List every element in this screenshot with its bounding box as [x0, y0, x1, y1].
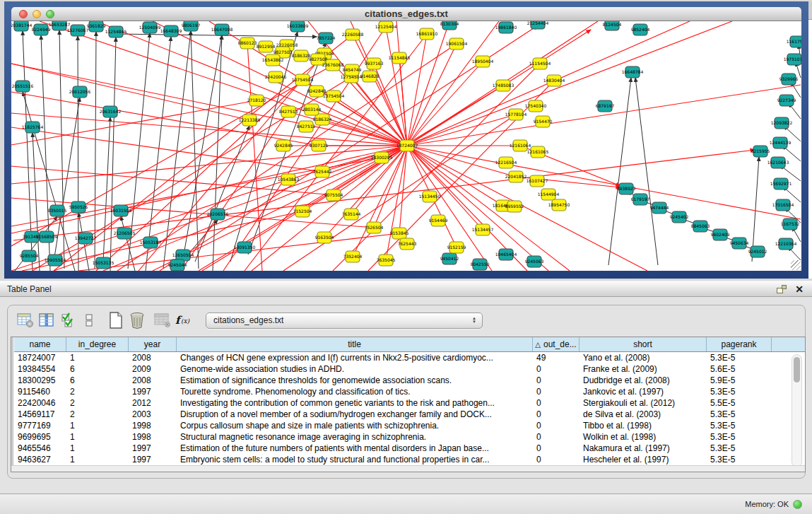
- table-cell[interactable]: 5.6E-5: [707, 364, 772, 374]
- column-header-in_degree[interactable]: in_degree: [66, 337, 129, 351]
- table-cell[interactable]: 5.3E-5: [707, 443, 772, 453]
- select-column-button[interactable]: [36, 310, 57, 330]
- table-cell[interactable]: 49: [533, 353, 579, 363]
- selected-edge[interactable]: [153, 21, 407, 146]
- column-header-short[interactable]: short: [579, 337, 707, 351]
- table-cell[interactable]: Disruption of a novel member of a sodium…: [177, 409, 533, 419]
- column-header-name[interactable]: name: [14, 337, 66, 351]
- column-header-year[interactable]: year: [129, 337, 177, 351]
- table-row[interactable]: 946362711997Embryonic stem cells: a mode…: [14, 454, 805, 465]
- table-cell[interactable]: 9465546: [14, 443, 66, 453]
- table-cell[interactable]: 9115460: [14, 387, 66, 397]
- table-cell[interactable]: Tibbo et al. (1998): [579, 421, 707, 431]
- table-cell[interactable]: 22420046: [14, 398, 66, 408]
- table-cell[interactable]: 2003: [129, 409, 177, 419]
- selected-edge[interactable]: [407, 85, 801, 146]
- table-cell[interactable]: 1: [66, 353, 129, 363]
- delete-trash-button[interactable]: [126, 310, 148, 330]
- selected-edge[interactable]: [407, 146, 492, 271]
- table-cell[interactable]: 14569117: [14, 409, 66, 419]
- table-cell[interactable]: 5.3E-5: [707, 387, 772, 397]
- selected-edge[interactable]: [11, 100, 257, 145]
- selected-edge[interactable]: [11, 127, 322, 172]
- table-cell[interactable]: 6: [66, 375, 129, 385]
- table-cell[interactable]: 0: [533, 443, 579, 453]
- float-panel-icon[interactable]: [777, 285, 787, 293]
- table-cell[interactable]: 6: [66, 364, 129, 374]
- table-cell[interactable]: de Silva et al. (2003): [579, 409, 707, 419]
- selected-edge[interactable]: [407, 34, 427, 146]
- table-cell[interactable]: 1: [66, 443, 129, 453]
- table-row[interactable]: 911546021997Tourette syndrome. Phenomeno…: [14, 386, 805, 397]
- table-cell[interactable]: Jankovic et al. (1997): [579, 387, 707, 397]
- table-cell[interactable]: 0: [533, 398, 579, 408]
- table-cell[interactable]: 2009: [129, 364, 177, 374]
- table-cell[interactable]: 0: [533, 455, 579, 465]
- vertical-scrollbar[interactable]: [792, 354, 802, 467]
- table-cell[interactable]: 5.3E-5: [707, 409, 772, 419]
- table-cell[interactable]: Yano et al. (2008): [579, 353, 707, 363]
- network-window-titlebar[interactable]: citations_edges.txt: [11, 7, 801, 21]
- table-cell[interactable]: Estimation of significance thresholds fo…: [177, 375, 533, 385]
- table-cell[interactable]: Hescheler et al. (1997): [579, 455, 707, 465]
- select-all-checks-button[interactable]: [57, 310, 78, 330]
- table-cell[interactable]: 2012: [129, 398, 177, 408]
- table-row[interactable]: 2242004622012Investigating the contribut…: [14, 397, 805, 409]
- close-panel-icon[interactable]: ✕: [795, 284, 804, 294]
- table-cell[interactable]: 1997: [129, 387, 177, 397]
- table-cell[interactable]: Estimation of the future numbers of pati…: [177, 443, 533, 453]
- selected-edge[interactable]: [54, 35, 353, 271]
- citation-network-graph[interactable]: 2038174482249491065328715276067936182911…: [11, 21, 801, 271]
- table-cell[interactable]: Wolkin et al. (1998): [579, 432, 707, 442]
- scrollbar-thumb[interactable]: [794, 357, 800, 382]
- table-cell[interactable]: Changes of HCN gene expression and I(f) …: [177, 353, 533, 363]
- table-cell[interactable]: Franke et al. (2009): [579, 364, 707, 374]
- table-cell[interactable]: 0: [533, 409, 579, 419]
- table-row[interactable]: 1938455462009Genome-wide association stu…: [14, 363, 805, 375]
- table-cell[interactable]: Embryonic stem cells: a model to study s…: [177, 455, 533, 465]
- table-cell[interactable]: 18300295: [14, 375, 66, 385]
- table-cell[interactable]: 18724007: [14, 353, 66, 363]
- citation-edge[interactable]: [110, 37, 116, 271]
- table-cell[interactable]: 0: [533, 364, 579, 374]
- row-height-button[interactable]: [78, 310, 100, 330]
- table-cell[interactable]: 1: [66, 455, 129, 465]
- table-cell[interactable]: 9463627: [14, 455, 66, 465]
- network-canvas[interactable]: 2038174482249491065328715276067936182911…: [11, 21, 801, 271]
- window-resize-grip[interactable]: [791, 260, 801, 270]
- table-cell[interactable]: 5.5E-5: [707, 398, 772, 408]
- table-row[interactable]: 977716911998Corpus callosum shape and si…: [14, 420, 805, 431]
- table-cell[interactable]: Genome-wide association studies in ADHD.: [177, 364, 533, 374]
- citation-edge[interactable]: [23, 92, 75, 271]
- table-cell[interactable]: 5.3E-5: [707, 353, 772, 363]
- table-options-button[interactable]: [15, 310, 36, 330]
- selected-edge[interactable]: [334, 146, 407, 195]
- table-cell[interactable]: 1998: [129, 421, 177, 431]
- table-row[interactable]: 1872400712008Changes of HCN gene express…: [14, 352, 805, 363]
- table-cell[interactable]: 5.9E-5: [707, 375, 772, 385]
- horizontal-scrollbar[interactable]: [11, 465, 805, 472]
- table-cell[interactable]: 9699695: [14, 432, 66, 442]
- table-cell[interactable]: 1998: [129, 432, 177, 442]
- table-cell[interactable]: 5.3E-5: [707, 455, 772, 465]
- table-cell[interactable]: Stergiakouli et al. (2012): [579, 398, 707, 408]
- table-cell[interactable]: 0: [533, 375, 579, 385]
- table-cell[interactable]: 1: [66, 421, 129, 431]
- memory-status-indicator[interactable]: [793, 500, 802, 509]
- column-header-pagerank[interactable]: pagerank: [707, 337, 772, 351]
- selected-edge[interactable]: [407, 115, 516, 146]
- table-cell[interactable]: 19384554: [14, 364, 66, 374]
- selected-edge[interactable]: [407, 146, 570, 271]
- table-cell[interactable]: 0: [533, 432, 579, 442]
- table-row[interactable]: 1456911722003Disruption of a novel membe…: [14, 409, 805, 420]
- table-cell[interactable]: 1: [66, 432, 129, 442]
- selected-edge[interactable]: [223, 27, 386, 271]
- selected-edge[interactable]: [351, 77, 407, 146]
- table-cell[interactable]: 0: [533, 387, 579, 397]
- table-cell[interactable]: 5.3E-5: [707, 421, 772, 431]
- table-cell[interactable]: Nakamura et al. (1997): [579, 443, 707, 453]
- column-header-title[interactable]: title: [177, 337, 533, 351]
- table-cell[interactable]: 2: [66, 409, 129, 419]
- table-row[interactable]: 946554611997Estimation of the future num…: [14, 443, 805, 454]
- table-cell[interactable]: 2: [66, 398, 129, 408]
